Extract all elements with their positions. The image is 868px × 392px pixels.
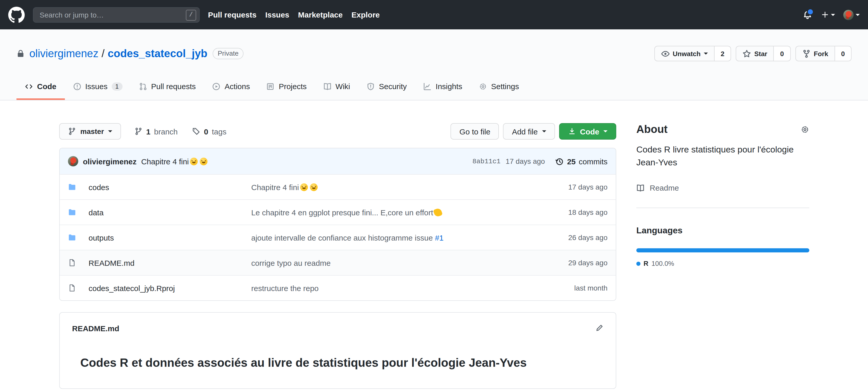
language-name: R <box>644 260 648 268</box>
star-count[interactable]: 0 <box>774 46 790 61</box>
commit-message-text: Chapitre 4 fini <box>251 183 299 191</box>
issue-opened-icon <box>73 82 81 90</box>
repo-header: oliviergimenez / codes_statecol_jyb Priv… <box>0 29 868 100</box>
tab-projects[interactable]: Projects <box>258 75 315 100</box>
visibility-badge: Private <box>213 48 244 59</box>
chevron-down-icon <box>542 130 546 132</box>
folder-icon <box>68 183 76 191</box>
last-commit-date: 29 days ago <box>540 259 608 267</box>
last-commit-date: 26 days ago <box>540 233 608 242</box>
repo-description: Codes R livre statistiques pour l'écolog… <box>636 144 809 169</box>
fork-button-group: Fork0 <box>795 46 851 61</box>
commit-message-link[interactable]: Chapitre 4 fini <box>141 157 208 165</box>
table-row: codes_statecol_jyb.Rprojrestructure the … <box>60 275 616 300</box>
main-column: master 1branch0tags Go to file Add file … <box>59 123 616 389</box>
repo-forked-icon <box>802 49 811 58</box>
about-title: About <box>636 123 668 135</box>
code-download-button[interactable]: Code <box>559 123 616 140</box>
git-pull-request-icon <box>139 82 147 90</box>
folder-icon <box>68 208 76 216</box>
notifications-button[interactable] <box>803 9 813 20</box>
commit-message-text: Le chapitre 4 en ggplot presque fini... … <box>251 208 433 217</box>
tags-label: tags <box>212 127 226 136</box>
fork-count[interactable]: 0 <box>835 46 851 61</box>
issue-link[interactable]: #1 <box>435 233 443 242</box>
commit-author-link[interactable]: oliviergimenez <box>83 157 136 165</box>
add-file-button[interactable]: Add file <box>503 123 555 140</box>
readme-heading: Codes R et données associés au livre de … <box>80 356 595 370</box>
language-color-dot <box>636 262 641 266</box>
file-icon <box>68 284 76 292</box>
unwatch-button-group: Unwatch2 <box>654 46 731 61</box>
go-to-file-button[interactable]: Go to file <box>451 123 499 140</box>
git-branch-icon <box>134 127 143 135</box>
topnav-link-marketplace[interactable]: Marketplace <box>298 10 343 19</box>
file-name-link[interactable]: codes <box>89 183 251 191</box>
language-item-r[interactable]: R100.0% <box>636 260 674 268</box>
gear-icon <box>479 82 487 90</box>
branch-select-button[interactable]: master <box>59 123 121 140</box>
file-name-link[interactable]: outputs <box>89 233 251 242</box>
code-icon <box>25 82 33 90</box>
create-new-button[interactable] <box>821 11 835 19</box>
readme-section: README.md Codes R et données associés au… <box>59 312 616 389</box>
languages-bar[interactable] <box>636 248 809 253</box>
avatar <box>843 9 854 20</box>
row-icon-cell <box>68 233 89 242</box>
tab-issues[interactable]: Issues1 <box>65 75 130 100</box>
tab-label: Projects <box>279 82 307 91</box>
add-file-label: Add file <box>512 127 538 136</box>
fork-button[interactable]: Fork <box>795 46 835 61</box>
tab-insights[interactable]: Insights <box>415 75 470 100</box>
commits-count: 25 <box>567 157 576 165</box>
page-title: oliviergimenez / codes_statecol_jyb <box>29 48 208 60</box>
content: master 1branch0tags Go to file Add file … <box>59 123 809 389</box>
commit-author-avatar[interactable] <box>68 156 78 167</box>
unwatch-count[interactable]: 2 <box>714 46 731 61</box>
unwatch-button[interactable]: Unwatch <box>654 46 714 61</box>
commit-message-link[interactable]: ajoute intervalle de confiance aux histo… <box>251 233 540 242</box>
file-name-link[interactable]: README.md <box>89 258 251 267</box>
github-logo-icon[interactable] <box>8 6 25 23</box>
star-label: Star <box>754 50 767 57</box>
file-name-link[interactable]: data <box>89 208 251 217</box>
repo-tabs: CodeIssues1Pull requestsActionsProjectsW… <box>17 75 851 100</box>
commit-history-link[interactable]: 25 commits <box>555 157 608 165</box>
lock-icon <box>17 50 25 58</box>
pencil-icon[interactable] <box>595 324 603 332</box>
repo-name-link[interactable]: codes_statecol_jyb <box>107 48 208 60</box>
book-icon <box>323 82 331 90</box>
tab-wiki[interactable]: Wiki <box>315 75 358 100</box>
branch-label: branch <box>154 127 178 136</box>
topnav-link-explore[interactable]: Explore <box>351 10 380 19</box>
commit-message-link[interactable]: Chapitre 4 fini <box>251 183 540 191</box>
readme-link-label: Readme <box>650 184 679 192</box>
user-menu-button[interactable] <box>843 9 860 20</box>
row-icon-cell <box>68 208 89 216</box>
star-button[interactable]: Star <box>736 46 774 61</box>
tab-settings[interactable]: Settings <box>470 75 527 100</box>
sidebar-divider <box>636 208 809 208</box>
git-branch-icon <box>68 127 76 135</box>
gear-icon[interactable] <box>801 125 809 134</box>
commit-message-link[interactable]: Le chapitre 4 en ggplot presque fini... … <box>251 208 540 217</box>
tab-actions[interactable]: Actions <box>204 75 258 100</box>
file-name-link[interactable]: codes_statecol_jyb.Rproj <box>89 283 251 292</box>
topnav-link-issues[interactable]: Issues <box>265 10 289 19</box>
topnav-link-pull-requests[interactable]: Pull requests <box>208 10 256 19</box>
commit-message-link[interactable]: corrige typo au readme <box>251 258 540 267</box>
tab-pull-requests[interactable]: Pull requests <box>130 75 204 100</box>
language-bar-segment-r <box>636 248 809 253</box>
latest-commit-bar: oliviergimenez Chapitre 4 fini 8ab11c1 1… <box>60 148 616 174</box>
unwatch-label: Unwatch <box>673 50 701 57</box>
commit-hash-link[interactable]: 8ab11c1 <box>472 157 500 165</box>
branch-link[interactable]: 1branch <box>134 127 178 136</box>
tab-code[interactable]: Code <box>17 75 65 100</box>
table-row: dataLe chapitre 4 en ggplot presque fini… <box>60 199 616 224</box>
tags-link[interactable]: 0tags <box>192 127 226 136</box>
readme-link[interactable]: Readme <box>636 184 809 192</box>
commit-message-link[interactable]: restructure the repo <box>251 283 540 292</box>
repo-owner-link[interactable]: oliviergimenez <box>29 48 98 60</box>
search-input[interactable] <box>33 7 200 22</box>
tab-security[interactable]: Security <box>358 75 415 100</box>
